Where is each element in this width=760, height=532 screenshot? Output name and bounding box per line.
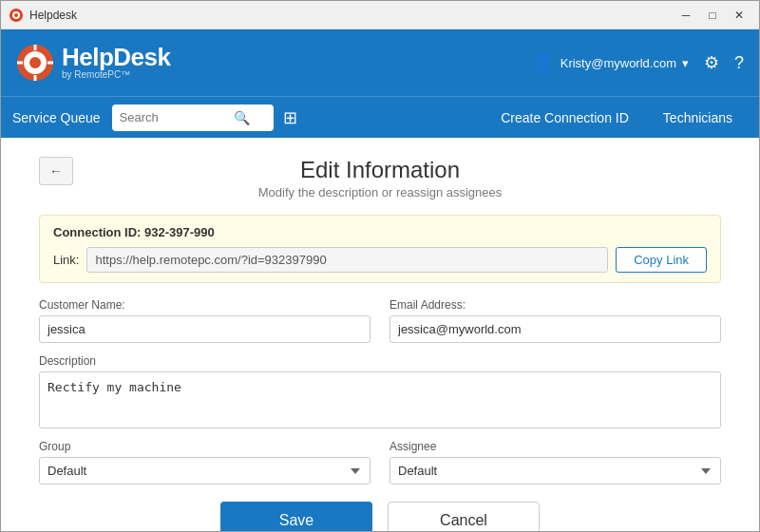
main-content: ← Edit Information Modify the descriptio… <box>1 138 759 532</box>
helpdesk-logo-icon <box>16 44 54 82</box>
assignee-label: Assignee <box>390 440 721 453</box>
group-group: Group Default Group A Group B <box>39 440 370 484</box>
description-label: Description <box>39 354 721 368</box>
save-button[interactable]: Save <box>220 502 372 532</box>
description-textarea[interactable] <box>39 371 721 428</box>
search-input[interactable] <box>120 110 234 124</box>
header: HelpDesk by RemotePC™ 👤 Kristy@myworld.c… <box>1 29 759 96</box>
description-group: Description <box>39 354 721 428</box>
settings-icon[interactable]: ⚙ <box>704 52 719 73</box>
info-box: Connection ID: 932-397-990 Link: Copy Li… <box>39 215 721 283</box>
group-assignee-row: Group Default Group A Group B Assignee D… <box>39 440 721 484</box>
logo-text: HelpDesk by RemotePC™ <box>62 45 171 81</box>
page-header: ← Edit Information Modify the descriptio… <box>39 157 721 200</box>
filter-icon[interactable]: ⊞ <box>283 107 297 128</box>
copy-link-button[interactable]: Copy Link <box>616 247 707 273</box>
logo-area: HelpDesk by RemotePC™ <box>16 44 171 82</box>
assignee-group: Assignee Default Tech 1 Tech 2 <box>390 440 721 484</box>
maximize-button[interactable]: □ <box>700 6 725 25</box>
user-circle-icon: 👤 <box>531 51 555 74</box>
technicians-button[interactable]: Technicians <box>648 104 748 131</box>
search-box: 🔍 <box>112 104 274 131</box>
app-icon <box>9 8 24 23</box>
user-dropdown-icon: ▾ <box>682 56 689 70</box>
logo-sub-text: by RemotePC™ <box>62 69 171 81</box>
btn-row: Save Cancel <box>39 502 721 532</box>
user-email: Kristy@myworld.com <box>560 56 676 70</box>
email-input[interactable] <box>390 315 721 343</box>
close-button[interactable]: ✕ <box>727 6 751 25</box>
connection-id-label: Connection ID: <box>53 225 141 239</box>
window-title: Helpdesk <box>29 9 674 22</box>
nav-right: Create Connection ID Technicians <box>297 104 748 131</box>
assignee-select[interactable]: Default Tech 1 Tech 2 <box>390 457 721 484</box>
title-bar-controls: ─ □ ✕ <box>674 6 751 25</box>
title-bar: Helpdesk ─ □ ✕ <box>1 1 759 29</box>
customer-name-group: Customer Name: <box>39 298 370 343</box>
nav-service-queue[interactable]: Service Queue <box>12 110 101 125</box>
link-url-input[interactable] <box>86 247 608 273</box>
cancel-button[interactable]: Cancel <box>388 502 540 532</box>
connection-id-row: Connection ID: 932-397-990 <box>53 225 707 239</box>
svg-point-2 <box>14 13 18 17</box>
help-icon[interactable]: ? <box>734 53 744 73</box>
svg-point-5 <box>29 57 41 68</box>
email-label: Email Address: <box>390 298 721 312</box>
create-connection-id-button[interactable]: Create Connection ID <box>485 104 644 131</box>
page-title: Edit Information <box>300 157 460 183</box>
user-info[interactable]: 👤 Kristy@myworld.com ▾ <box>531 51 689 74</box>
minimize-button[interactable]: ─ <box>674 6 698 25</box>
email-group: Email Address: <box>390 298 721 343</box>
connection-id-value: 932-397-990 <box>144 225 215 239</box>
customer-name-label: Customer Name: <box>39 298 370 312</box>
customer-email-row: Customer Name: Email Address: <box>39 298 721 343</box>
logo-main-text: HelpDesk <box>62 45 171 69</box>
search-icon: 🔍 <box>234 110 250 125</box>
page-subtitle: Modify the description or reassign assig… <box>258 185 503 200</box>
back-button[interactable]: ← <box>39 157 73 185</box>
header-right: 👤 Kristy@myworld.com ▾ ⚙ ? <box>531 51 744 74</box>
customer-name-input[interactable] <box>39 315 370 343</box>
link-row: Link: Copy Link <box>53 247 707 273</box>
nav-bar: Service Queue 🔍 ⊞ Create Connection ID T… <box>1 96 759 138</box>
group-select[interactable]: Default Group A Group B <box>39 457 370 484</box>
link-label: Link: <box>53 253 79 267</box>
group-label: Group <box>39 440 370 453</box>
